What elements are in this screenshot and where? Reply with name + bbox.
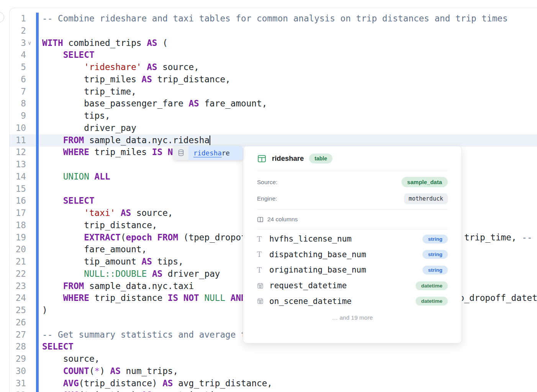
columns-count-label: 24 columns (267, 216, 298, 223)
column-type-badge: string (422, 235, 448, 243)
line-number: 31 (0, 377, 26, 390)
engine-value-pill: motherduck (404, 193, 448, 204)
columns-count-row: 24 columns (257, 210, 448, 229)
line-number: 32 (0, 389, 26, 392)
line-number: 4 (0, 49, 26, 61)
autocomplete-item-rideshare[interactable]: rideshare (188, 146, 243, 160)
column-name: originating_base_num (269, 265, 422, 274)
card-title: rideshare (272, 154, 304, 163)
autocomplete-match-text: ridesha (193, 149, 222, 157)
column-type-badge: string (422, 266, 448, 274)
column-row: request_datetimedatetime (257, 278, 448, 294)
line-number: 20 (0, 243, 26, 256)
column-name: on_scene_datetime (269, 297, 416, 306)
line-number: 14 (0, 171, 26, 183)
code-line-31[interactable]: 31 AVG(trip_distance) AS avg_trip_distan… (0, 377, 537, 390)
line-number: 18 (0, 219, 26, 232)
database-icon (173, 146, 188, 160)
line-number: 17 (0, 207, 26, 219)
code-line-3[interactable]: 3WITH combined_trips AS ( (0, 37, 537, 49)
line-number: 15 (0, 183, 26, 195)
line-number: 7 (0, 86, 26, 98)
table-type-badge: table (309, 154, 332, 163)
line-number: 29 (0, 353, 26, 365)
line-number: 2 (0, 25, 26, 37)
line-number: 9 (0, 110, 26, 122)
line-number: 12 (0, 146, 26, 158)
fold-chevron-icon[interactable]: ∨ (28, 37, 31, 49)
text-cursor (210, 136, 210, 145)
card-header: rideshare table (257, 146, 448, 171)
autocomplete-popup: rideshare (173, 146, 243, 160)
code-line-4[interactable]: 4 SELECT (0, 49, 537, 61)
line-number: 19 (0, 232, 26, 244)
code-line-9[interactable]: 9 tips, (0, 110, 537, 122)
calendar-clock-icon (257, 298, 264, 304)
line-number: 8 (0, 98, 26, 110)
engine-row: Engine: motherduck (257, 190, 448, 207)
column-name: dispatching_base_num (269, 250, 422, 259)
source-value-pill: sample_data (401, 177, 448, 187)
table-info-card: rideshare table Source: sample_data Engi… (243, 146, 462, 343)
code-line-29[interactable]: 29 source, (0, 353, 537, 365)
column-type-badge: datetime (416, 297, 448, 305)
line-number: 6 (0, 74, 26, 86)
column-row: Toriginating_base_numstring (257, 262, 448, 278)
calendar-clock-icon (257, 283, 264, 289)
line-number: 21 (0, 256, 26, 268)
text-type-icon: T (257, 250, 262, 258)
line-number: 10 (0, 122, 26, 134)
code-line-6[interactable]: 6 trip_miles AS trip_distance, (0, 74, 537, 86)
column-type-badge: datetime (416, 281, 448, 290)
engine-label: Engine: (257, 195, 277, 202)
line-number: 22 (0, 268, 26, 280)
table-icon (257, 154, 267, 163)
source-row: Source: sample_data (257, 174, 448, 190)
more-columns-label: … and 19 more (257, 314, 448, 321)
line-number: 13 (0, 158, 26, 171)
source-label: Source: (257, 179, 277, 186)
code-line-5[interactable]: 5 'rideshare' AS source, (0, 61, 537, 74)
line-number: 24 (0, 292, 26, 304)
line-number: 26 (0, 317, 26, 329)
column-row: on_scene_datetimedatetime (257, 293, 448, 309)
column-name: hvfhs_license_num (269, 234, 422, 243)
code-line-30[interactable]: 30 COUNT(*) AS num_trips, (0, 365, 537, 377)
text-type-icon: T (257, 266, 262, 274)
column-row: Tdispatching_base_numstring (257, 247, 448, 263)
code-line-10[interactable]: 10 driver_pay (0, 122, 537, 134)
line-number: 5 (0, 61, 26, 74)
line-number: 25 (0, 304, 26, 317)
code-line-7[interactable]: 7 trip_time, (0, 86, 537, 98)
line-number: 11 (0, 134, 26, 147)
text-type-icon: T (257, 235, 262, 243)
autocomplete-rest-text: re (222, 149, 230, 157)
line-number: 27 (0, 329, 26, 341)
code-line-11[interactable]: 11 FROM sample_data.nyc.ridesha (0, 134, 537, 147)
line-number: 16 (0, 195, 26, 207)
changed-lines-bar (36, 13, 39, 392)
line-number: 23 (0, 280, 26, 292)
column-type-badge: string (422, 250, 448, 259)
column-name: request_datetime (269, 281, 416, 290)
line-number: 3 (0, 37, 26, 49)
column-row: Thvfhs_license_numstring (257, 231, 448, 247)
line-number: 30 (0, 365, 26, 377)
sql-editor-screen: 1-- Combine rideshare and taxi tables fo… (0, 0, 537, 392)
columns-icon (257, 216, 264, 223)
line-number: 28 (0, 341, 26, 353)
code-line-1[interactable]: 1-- Combine rideshare and taxi tables fo… (0, 13, 537, 25)
code-line-32[interactable]: 32 AVG(trip_time) AS avg_trip_time, (0, 389, 537, 392)
code-line-8[interactable]: 8 base_passenger_fare AS fare_amount, (0, 98, 537, 110)
code-line-2[interactable]: 2 (0, 25, 537, 37)
